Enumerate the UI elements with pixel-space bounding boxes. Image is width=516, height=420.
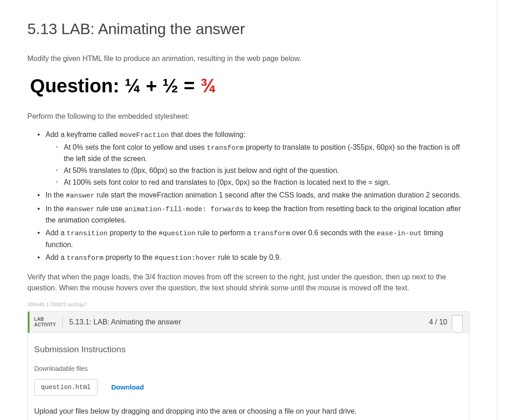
code-answer: #answer [66, 192, 94, 200]
instruction-list: Add a keyframe called moveFraction that … [27, 129, 470, 263]
question-prefix: Question: ¼ + ½ = [30, 75, 200, 96]
code-movefraction: moveFraction [120, 132, 169, 139]
bullet-transform-hover: Add a transform property to the #questio… [46, 252, 470, 264]
upload-instructions: Upload your files below by dragging and … [34, 406, 463, 417]
downloadable-files-label: Downloadable files [34, 364, 463, 374]
lab-activity-box: LAB ACTIVITY 5.13.1: LAB: Animating the … [27, 311, 470, 420]
intro-paragraph: Modify the given HTML file to produce an… [27, 53, 470, 64]
sub-bullet-0pct: At 0% sets the font color to yellow and … [64, 142, 470, 165]
lab-activity-tag: LAB ACTIVITY [34, 317, 63, 328]
sub-bullet-50pct: At 50% translates to (0px, 60px) so the … [64, 165, 470, 176]
sub-bullet-100pct: At 100% sets font color to red and trans… [64, 177, 470, 188]
code-transform: transform [207, 144, 244, 152]
hashcode: 395646.1730822.qx3zqy7 [27, 301, 470, 309]
download-row: question.html Download [34, 379, 463, 396]
bullet-answer-fillmode: In the #answer rule use animation-fill-m… [46, 203, 470, 226]
bullet-transition: Add a transition property to the #questi… [46, 228, 470, 250]
question-answer-fraction: ¾ [200, 75, 216, 96]
lab-title: 5.13.1: LAB: Animating the answer [69, 317, 429, 328]
code-fillmode: animation-fill-mode: forwards [124, 206, 243, 213]
page: 5.13 LAB: Animating the answer Modify th… [0, 0, 497, 420]
bullet-answer-start: In the #answer rule start the moveFracti… [46, 190, 470, 202]
code-transform-3: transform [66, 254, 103, 262]
code-question: #question [158, 230, 195, 238]
page-title: 5.13 LAB: Animating the answer [27, 17, 470, 40]
question-equation: Question: ¼ + ½ = ¾ [30, 71, 470, 100]
code-transition: transition [66, 230, 107, 238]
lab-score: 4 / 10 [429, 317, 447, 328]
lab-header: LAB ACTIVITY 5.13.1: LAB: Animating the … [28, 312, 469, 333]
content-area: 5.13 LAB: Animating the answer Modify th… [0, 0, 497, 420]
code-easeinout: ease-in-out [377, 230, 422, 238]
code-answer-2: #answer [66, 206, 94, 213]
lab-body: Submission Instructions Downloadable fil… [28, 333, 469, 420]
downloadable-file-name: question.html [34, 379, 97, 396]
perform-paragraph: Perform the following to the embedded st… [27, 111, 470, 122]
keyframe-sublist: At 0% sets the font color to yellow and … [46, 142, 470, 188]
code-question-hover: #question:hover [154, 254, 216, 262]
bullet-keyframe: Add a keyframe called moveFraction that … [46, 129, 470, 188]
code-transform-2: transform [253, 230, 290, 238]
bookmark-icon[interactable] [452, 315, 463, 329]
download-link[interactable]: Download [111, 382, 144, 393]
submission-heading: Submission Instructions [34, 343, 463, 356]
verify-paragraph: Verify that when the page loads, the 3/4… [27, 272, 470, 293]
